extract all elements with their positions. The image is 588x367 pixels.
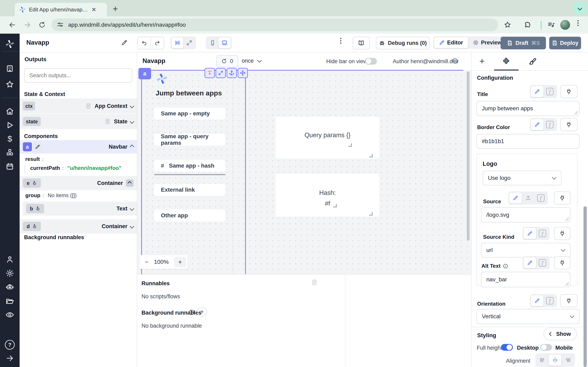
rail-favorites-icon[interactable]: [0, 80, 20, 89]
alt-text-plug-button[interactable]: [554, 256, 571, 269]
current-path-line[interactable]: currentPath: "u/henri/navapp#foo": [30, 165, 121, 171]
source-fn-button[interactable]: ƒ: [535, 192, 547, 203]
forward-icon[interactable]: [24, 21, 31, 29]
orientation-fn-button[interactable]: ƒ: [544, 295, 556, 306]
component-row-e[interactable]: e Container: [20, 176, 137, 190]
rail-collapse-icon[interactable]: [0, 354, 20, 362]
docs-button[interactable]: [353, 37, 370, 49]
insert-component-tab[interactable]: +: [479, 56, 485, 66]
title-connect-plug-button[interactable]: [560, 85, 577, 98]
title-static-pencil-button[interactable]: [531, 86, 544, 97]
border-color-pencil-button[interactable]: [531, 119, 544, 130]
title-input[interactable]: Jump between apps: [476, 101, 579, 116]
zoom-out-button[interactable]: −: [145, 258, 149, 266]
source-plug-button[interactable]: [554, 192, 571, 205]
browser-tab[interactable]: Edit App u/henri/navapp | Win ✕: [15, 3, 107, 16]
undo-button[interactable]: [138, 37, 151, 49]
alt-text-pencil-button[interactable]: [523, 257, 536, 268]
rail-schedules-icon[interactable]: [0, 162, 20, 171]
centered-layout-button[interactable]: [172, 37, 183, 48]
tab-close-icon[interactable]: ✕: [91, 6, 96, 13]
debug-runs-button[interactable]: Debug runs (0): [376, 37, 430, 49]
component-row-a[interactable]: a Navbar: [20, 140, 137, 154]
rail-settings-icon[interactable]: [0, 269, 20, 277]
resize-handle[interactable]: [369, 212, 373, 216]
border-color-fn-button[interactable]: ƒ: [544, 119, 556, 130]
rail-runs-icon[interactable]: [0, 121, 20, 129]
source-input[interactable]: /logo.svg: [481, 207, 571, 222]
orientation-plug-button[interactable]: [560, 294, 577, 307]
rail-home-icon[interactable]: [0, 107, 20, 116]
author-info-icon[interactable]: [452, 58, 458, 65]
windmill-logo-icon[interactable]: [0, 39, 20, 49]
url-bar[interactable]: app.windmill.dev/apps/edit/u/henri/navap…: [52, 18, 498, 31]
move-component-button[interactable]: [238, 68, 248, 78]
state-row[interactable]: state State: [20, 114, 137, 129]
rail-folders-icon[interactable]: [0, 297, 20, 305]
orientation-select[interactable]: Vertical: [476, 309, 579, 324]
more-options-icon[interactable]: [340, 37, 341, 45]
hash-box[interactable]: Hash: #f: [276, 174, 379, 217]
use-logo-select[interactable]: Use logo: [483, 171, 562, 185]
background-runnables-info-icon[interactable]: [189, 309, 195, 316]
source-kind-plug-button[interactable]: [554, 227, 571, 240]
group-line[interactable]: group: No items ([]): [25, 192, 77, 199]
desktop-view-button[interactable]: [218, 37, 231, 48]
search-outputs-input[interactable]: [24, 68, 132, 83]
tab-search-button[interactable]: [574, 2, 586, 14]
full-height-toggle[interactable]: [501, 344, 513, 351]
nav-link-same-app-empty[interactable]: Same app - empty: [154, 108, 225, 119]
component-row-b[interactable]: b Text: [23, 202, 137, 216]
fullwidth-layout-button[interactable]: [183, 37, 195, 48]
canvas-scrollbar[interactable]: [467, 71, 470, 241]
source-kind-select[interactable]: url: [481, 243, 571, 258]
alt-text-info-icon[interactable]: [503, 263, 508, 269]
zoom-in-button[interactable]: +: [174, 257, 186, 267]
config-scrollbar[interactable]: [584, 206, 587, 367]
rename-app-pencil-icon[interactable]: [121, 39, 128, 47]
draft-button[interactable]: Draft ⌘S: [501, 37, 546, 49]
orientation-pencil-button[interactable]: [531, 295, 544, 306]
rail-help-icon[interactable]: ?: [0, 340, 20, 350]
desktop-mobile-toggle[interactable]: [540, 344, 552, 351]
rail-resources-icon[interactable]: [0, 148, 20, 157]
refresh-count-button[interactable]: 0: [216, 55, 238, 67]
component-e-collapse-button[interactable]: [126, 179, 134, 187]
source-pencil-button[interactable]: [509, 192, 522, 203]
deploy-button[interactable]: Deploy: [549, 37, 581, 49]
component-a-chevron-up-icon[interactable]: [130, 145, 134, 149]
styling-tab[interactable]: [528, 57, 537, 67]
alt-text-input[interactable]: nav_bar: [481, 272, 571, 287]
source-kind-fn-button[interactable]: ƒ: [536, 228, 549, 239]
resize-handle[interactable]: [333, 204, 337, 207]
resize-handle[interactable]: [348, 143, 352, 147]
nav-link-same-app-query[interactable]: Same app - query params: [154, 134, 225, 146]
selection-right-border[interactable]: [245, 70, 246, 274]
nav-link-other-app[interactable]: Other app: [154, 210, 225, 221]
state-chevron-down-icon[interactable]: [130, 119, 134, 124]
mobile-view-button[interactable]: [207, 37, 218, 48]
media-playlist-icon[interactable]: [548, 21, 555, 29]
component-b-chevron-down-icon[interactable]: [130, 206, 134, 211]
canvas[interactable]: a Jump between apps Same app - empty Sam…: [137, 70, 471, 274]
rail-apps-icon[interactable]: [0, 64, 20, 73]
add-background-runnable-button[interactable]: +: [197, 307, 207, 317]
component-row-d[interactable]: d Container: [20, 219, 137, 234]
run-mode-dropdown[interactable]: once: [242, 58, 261, 64]
selected-component-badge[interactable]: a: [138, 68, 151, 79]
site-settings-icon[interactable]: [57, 21, 64, 28]
component-d-chevron-down-icon[interactable]: [130, 224, 134, 229]
align-center-button[interactable]: [549, 355, 562, 366]
nav-link-external[interactable]: External link: [154, 184, 225, 196]
editor-tab[interactable]: Editor: [434, 37, 468, 48]
fullscreen-component-button[interactable]: [216, 68, 226, 78]
rail-audit-icon[interactable]: [0, 310, 20, 319]
redo-button[interactable]: [151, 40, 164, 46]
result-line[interactable]: result:: [25, 156, 45, 162]
source-upload-button[interactable]: [522, 192, 535, 203]
back-icon[interactable]: [9, 21, 16, 29]
reload-icon[interactable]: [38, 21, 46, 29]
alt-text-fn-button[interactable]: ƒ: [536, 257, 549, 268]
profile-avatar[interactable]: [560, 20, 570, 30]
ctx-chevron-down-icon[interactable]: [130, 104, 134, 108]
